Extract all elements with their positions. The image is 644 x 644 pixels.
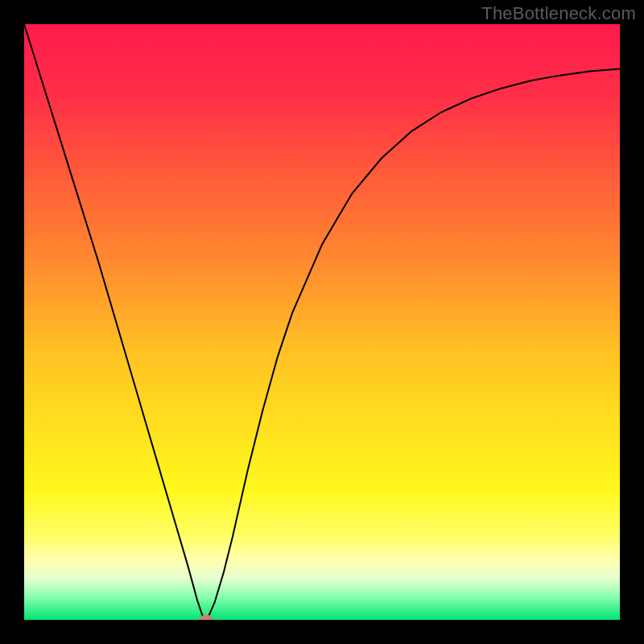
chart-container: TheBottleneck.com (0, 0, 644, 644)
curve-layer (24, 24, 620, 620)
bottleneck-curve (24, 24, 620, 620)
plot-area (24, 24, 620, 620)
minimum-marker (199, 615, 213, 621)
watermark-text: TheBottleneck.com (481, 3, 636, 24)
